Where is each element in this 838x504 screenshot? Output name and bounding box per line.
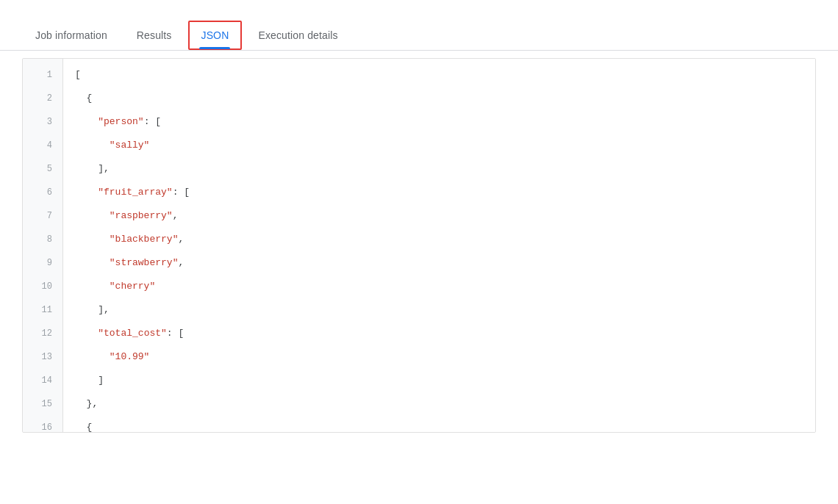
string-token: "blackberry" (110, 234, 179, 245)
line-number: 3 (23, 110, 62, 134)
code-line: "10.99" (75, 345, 815, 369)
code-line: "strawberry", (75, 251, 815, 275)
line-number: 9 (23, 251, 62, 275)
line-number: 5 (23, 157, 62, 181)
line-number: 11 (23, 298, 62, 322)
code-content: 12345678910111213141516 [ { "person": [ … (23, 59, 815, 432)
string-token: "10.99" (110, 351, 150, 362)
line-numbers: 12345678910111213141516 (23, 59, 63, 432)
line-number: 10 (23, 275, 62, 298)
line-number: 16 (23, 416, 62, 432)
tab-results[interactable]: Results (123, 21, 185, 50)
string-token: "sally" (110, 140, 150, 151)
line-number: 13 (23, 345, 62, 369)
line-number: 8 (23, 228, 62, 251)
code-line: "raspberry", (75, 204, 815, 228)
string-token: "strawberry" (110, 257, 179, 268)
line-number: 1 (23, 63, 62, 87)
string-token: "total_cost" (98, 328, 167, 339)
tab-json[interactable]: JSON (188, 21, 243, 50)
code-line: [ (75, 63, 815, 87)
code-line: "cherry" (75, 275, 815, 298)
line-number: 15 (23, 392, 62, 416)
code-line: "total_cost": [ (75, 322, 815, 345)
code-line: "person": [ (75, 110, 815, 134)
tabs-bar: Job information Results JSON Execution d… (0, 21, 838, 51)
line-number: 14 (23, 369, 62, 392)
code-line: "fruit_array": [ (75, 181, 815, 204)
code-line: "blackberry", (75, 228, 815, 251)
line-number: 4 (23, 134, 62, 157)
code-line: { (75, 416, 815, 432)
code-line: ], (75, 298, 815, 322)
code-line: }, (75, 392, 815, 416)
code-line: { (75, 87, 815, 110)
string-token: "fruit_array" (98, 187, 172, 198)
line-number: 6 (23, 181, 62, 204)
line-number: 12 (23, 322, 62, 345)
code-line: ], (75, 157, 815, 181)
code-line: ] (75, 369, 815, 392)
tab-job-information[interactable]: Job information (22, 21, 121, 50)
string-token: "raspberry" (110, 210, 173, 221)
query-status (0, 0, 838, 21)
code-lines: [ { "person": [ "sally" ], "fruit_array"… (63, 59, 815, 432)
line-number: 2 (23, 87, 62, 110)
code-line: "sally" (75, 134, 815, 157)
line-number: 7 (23, 204, 62, 228)
tab-execution-details[interactable]: Execution details (245, 21, 351, 50)
string-token: "person" (98, 116, 143, 127)
string-token: "cherry" (110, 281, 155, 292)
json-code-panel: 12345678910111213141516 [ { "person": [ … (22, 58, 816, 433)
